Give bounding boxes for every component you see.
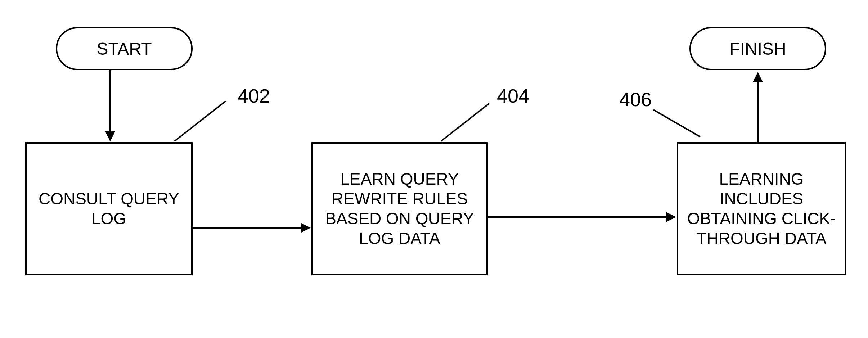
arrow-box2-to-box3-head — [666, 212, 676, 222]
leader-406 — [653, 109, 701, 137]
label-404: 404 — [497, 85, 529, 107]
label-406: 406 — [619, 88, 652, 111]
leader-402 — [174, 101, 226, 142]
start-label: START — [97, 39, 152, 59]
arrow-start-to-box1 — [109, 70, 111, 133]
arrow-box2-to-box3 — [488, 216, 668, 218]
arrow-box1-to-box2 — [193, 227, 302, 229]
finish-terminator: FINISH — [689, 27, 826, 70]
arrow-box3-to-finish-head — [753, 72, 763, 82]
process-box-406: LEARNING INCLUDES OBTAINING CLICK-THROUG… — [677, 142, 846, 275]
box3-text: LEARNING INCLUDES OBTAINING CLICK-THROUG… — [685, 169, 837, 249]
process-box-402: CONSULT QUERY LOG — [25, 142, 193, 275]
start-terminator: START — [56, 27, 193, 70]
process-box-404: LEARN QUERY REWRITE RULES BASED ON QUERY… — [311, 142, 488, 275]
arrow-start-to-box1-head — [105, 131, 115, 141]
box1-text: CONSULT QUERY LOG — [34, 189, 184, 229]
arrow-box1-to-box2-head — [301, 223, 311, 233]
leader-404 — [441, 103, 490, 142]
finish-label: FINISH — [729, 39, 786, 59]
label-402: 402 — [238, 85, 270, 107]
arrow-box3-to-finish — [757, 81, 759, 142]
box2-text: LEARN QUERY REWRITE RULES BASED ON QUERY… — [320, 169, 479, 249]
